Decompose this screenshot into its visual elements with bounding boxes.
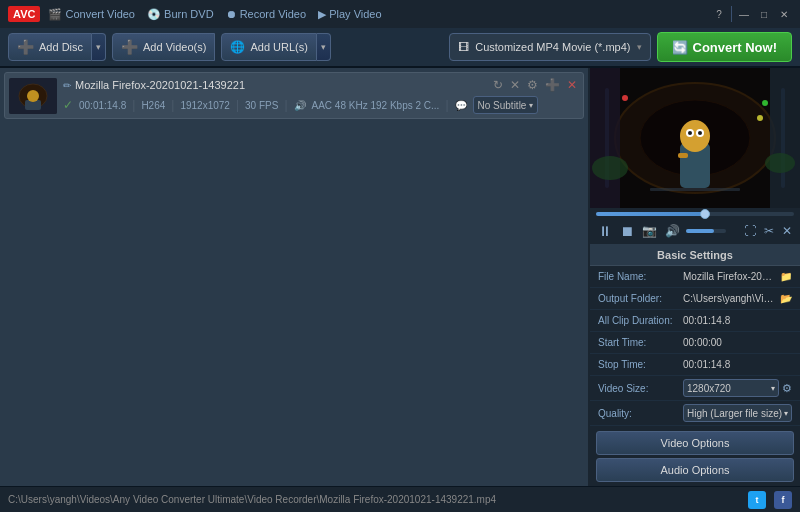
- video-size-gear[interactable]: ⚙: [782, 382, 792, 395]
- status-path: C:\Users\yangh\Videos\Any Video Converte…: [8, 494, 740, 505]
- add-video-button[interactable]: ➕ Add Video(s): [112, 33, 215, 61]
- add-disc-button[interactable]: ➕ Add Disc: [8, 33, 92, 61]
- add-url-group: 🌐 Add URL(s) ▾: [221, 33, 330, 61]
- setting-output-folder: Output Folder: C:\Users\yangh\Videos... …: [590, 288, 800, 310]
- refresh-icon[interactable]: ↻: [491, 77, 505, 93]
- menu-play[interactable]: ▶ Play Video: [318, 8, 381, 21]
- title-bar: AVC 🎬 Convert Video 💿 Burn DVD ⏺ Record …: [0, 0, 800, 28]
- svg-point-16: [698, 131, 702, 135]
- close-btn[interactable]: ✕: [776, 6, 792, 22]
- add-url-button[interactable]: 🌐 Add URL(s): [221, 33, 316, 61]
- duration: 00:01:14.8: [79, 100, 126, 111]
- close-icon[interactable]: ✕: [565, 77, 579, 93]
- preview-content: [590, 68, 800, 208]
- setting-quality: Quality: High (Larger file size) ▾: [590, 401, 800, 426]
- settings-title: Basic Settings: [590, 245, 800, 266]
- twitter-button[interactable]: t: [748, 491, 766, 509]
- svg-point-19: [765, 153, 795, 173]
- file-panel: ✏ Mozilla Firefox-20201021-1439221 ↻ ✕ ⚙…: [0, 68, 590, 486]
- close-button[interactable]: ✕: [780, 223, 794, 239]
- progress-fill: [596, 212, 705, 216]
- minimize-btn[interactable]: —: [736, 6, 752, 22]
- file-meta: ✓ 00:01:14.8 | H264 | 1912x1072 | 30 FPS…: [63, 96, 579, 114]
- browse-icon[interactable]: 📂: [780, 293, 792, 304]
- setting-start-time: Start Time: 00:00:00: [590, 332, 800, 354]
- video-size-select[interactable]: 1280x720 ▾: [683, 379, 779, 397]
- edit-icon: ✏: [63, 80, 71, 91]
- quality-select[interactable]: High (Larger file size) ▾: [683, 404, 792, 422]
- file-actions: ↻ ✕ ⚙ ➕ ✕: [491, 77, 579, 93]
- svg-point-12: [680, 120, 710, 152]
- facebook-button[interactable]: f: [774, 491, 792, 509]
- file-thumbnail: [9, 78, 57, 114]
- disc-icon: ➕: [17, 39, 34, 55]
- toolbar: ➕ Add Disc ▾ ➕ Add Video(s) 🌐 Add URL(s)…: [0, 28, 800, 68]
- audio-icon: 🔊: [294, 100, 306, 111]
- volume-slider[interactable]: [686, 229, 726, 233]
- convert-now-button[interactable]: 🔄 Convert Now!: [657, 32, 793, 62]
- svg-point-22: [757, 115, 763, 121]
- menu-convert[interactable]: 🎬 Convert Video: [48, 8, 135, 21]
- url-icon: 🌐: [230, 40, 245, 54]
- svg-point-18: [592, 156, 628, 180]
- option-buttons: Video Options Audio Options: [590, 426, 800, 486]
- add-disc-dropdown[interactable]: ▾: [92, 33, 106, 61]
- window-controls: ? — □ ✕: [711, 6, 792, 22]
- settings-panel: Basic Settings File Name: Mozilla Firefo…: [590, 244, 800, 486]
- convert-icon: 🔄: [672, 40, 688, 55]
- svg-point-15: [688, 131, 692, 135]
- snapshot-button[interactable]: 📷: [640, 223, 659, 239]
- file-list: ✏ Mozilla Firefox-20201021-1439221 ↻ ✕ ⚙…: [0, 68, 588, 125]
- add-url-dropdown[interactable]: ▾: [317, 33, 331, 61]
- svg-rect-10: [770, 68, 800, 208]
- svg-rect-9: [590, 68, 620, 208]
- thumbnail-image: [9, 78, 57, 114]
- svg-rect-17: [678, 153, 688, 158]
- settings-icon[interactable]: ⚙: [525, 77, 540, 93]
- file-name-row: ✏ Mozilla Firefox-20201021-1439221 ↻ ✕ ⚙…: [63, 77, 579, 93]
- fullscreen-button[interactable]: ⛶: [742, 223, 758, 239]
- setting-video-size: Video Size: 1280x720 ▾ ⚙: [590, 376, 800, 401]
- main-area: ✏ Mozilla Firefox-20201021-1439221 ↻ ✕ ⚙…: [0, 68, 800, 486]
- pause-button[interactable]: ⏸: [596, 222, 614, 240]
- fps: 30 FPS: [245, 100, 278, 111]
- codec: H264: [141, 100, 165, 111]
- video-preview: [590, 68, 800, 208]
- video-options-button[interactable]: Video Options: [596, 431, 794, 455]
- help-btn[interactable]: ?: [711, 6, 727, 22]
- volume-fill: [686, 229, 714, 233]
- add-video-group: ➕ Add Video(s): [112, 33, 215, 61]
- setting-stop-time: Stop Time: 00:01:14.8: [590, 354, 800, 376]
- cut-button[interactable]: ✂: [762, 223, 776, 239]
- subtitle-dropdown-icon: ▾: [529, 101, 533, 110]
- stop-button[interactable]: ⏹: [618, 222, 636, 240]
- volume-button[interactable]: 🔊: [663, 223, 682, 239]
- video-controls: ⏸ ⏹ 📷 🔊 ⛶ ✂ ✕: [590, 208, 800, 244]
- maximize-btn[interactable]: □: [756, 6, 772, 22]
- subtitle-icon: 💬: [455, 100, 467, 111]
- svg-point-20: [622, 95, 628, 101]
- folder-browse-icon[interactable]: 📁: [780, 271, 792, 282]
- format-icon: 🎞: [458, 41, 469, 53]
- progress-handle[interactable]: [700, 209, 710, 219]
- setting-clip-duration: All Clip Duration: 00:01:14.8: [590, 310, 800, 332]
- delete-icon[interactable]: ✕: [508, 77, 522, 93]
- add-disc-group: ➕ Add Disc ▾: [8, 33, 106, 61]
- video-icon: ➕: [121, 39, 138, 55]
- format-selector[interactable]: 🎞 Customized MP4 Movie (*.mp4) ▾: [449, 33, 650, 61]
- audio-options-button[interactable]: Audio Options: [596, 458, 794, 482]
- svg-rect-23: [650, 188, 740, 191]
- subtitle-selector[interactable]: No Subtitle ▾: [473, 96, 539, 114]
- progress-bar[interactable]: [596, 212, 794, 216]
- audio-info: AAC 48 KHz 192 Kbps 2 C...: [312, 100, 440, 111]
- file-item: ✏ Mozilla Firefox-20201021-1439221 ↻ ✕ ⚙…: [4, 72, 584, 119]
- status-bar: C:\Users\yangh\Videos\Any Video Converte…: [0, 486, 800, 512]
- controls-row: ⏸ ⏹ 📷 🔊 ⛶ ✂ ✕: [596, 222, 794, 240]
- menu-record[interactable]: ⏺ Record Video: [226, 8, 307, 20]
- size-dropdown-icon: ▾: [771, 384, 775, 393]
- svg-point-3: [27, 90, 39, 102]
- menu-burn[interactable]: 💿 Burn DVD: [147, 8, 214, 21]
- quality-dropdown-icon: ▾: [784, 409, 788, 418]
- file-info: ✏ Mozilla Firefox-20201021-1439221 ↻ ✕ ⚙…: [63, 77, 579, 114]
- add-icon[interactable]: ➕: [543, 77, 562, 93]
